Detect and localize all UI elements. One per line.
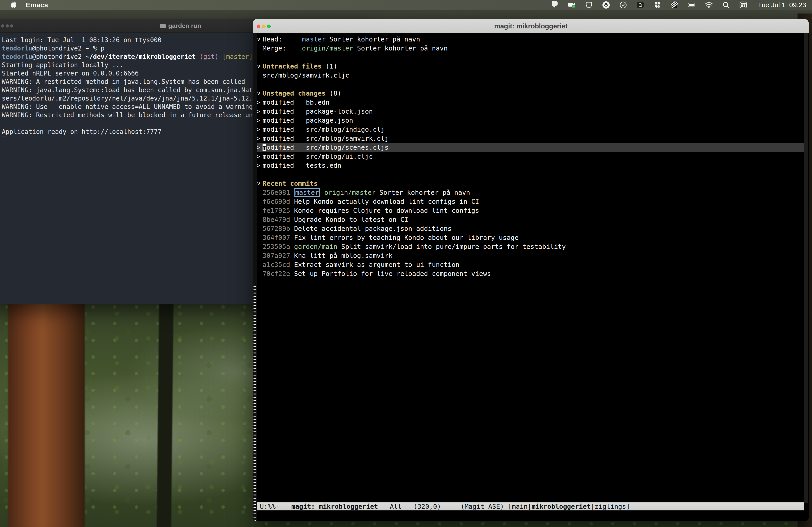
section-toggle-icon[interactable]: > [257, 161, 263, 170]
terminal-title: garden run [160, 22, 201, 30]
magit-line[interactable]: >modified tests.edn [257, 161, 804, 170]
apple-menu-icon[interactable] [10, 1, 18, 9]
section-toggle-icon[interactable]: v [257, 35, 263, 44]
minimize-button[interactable] [6, 24, 9, 28]
section-toggle-icon[interactable]: > [257, 134, 263, 143]
magit-buffer-lines: vHead: master Sorter kohorter på navnMer… [257, 35, 804, 278]
magit-line[interactable] [257, 53, 804, 62]
emacs-modeline[interactable]: U:%%- magit: mikrobloggeriet All (320,0)… [257, 502, 804, 511]
magit-line[interactable]: >modified package-lock.json [257, 107, 804, 116]
shield-check-icon[interactable] [654, 1, 661, 9]
magit-line[interactable]: >modified package.json [257, 116, 804, 125]
emacs-window: magit: mikrobloggeriet vHead: master Sor… [253, 19, 809, 521]
magit-line[interactable]: 364f007 Fix lint errors by teaching Kond… [257, 233, 804, 242]
section-toggle-icon[interactable]: > [257, 107, 263, 116]
magit-line[interactable]: 253505a garden/main Split samvirk/load i… [257, 242, 804, 251]
section-toggle-icon[interactable]: > [257, 116, 263, 125]
magit-line[interactable]: vUntracked files (1) [257, 62, 804, 71]
camera-check-icon[interactable] [568, 1, 576, 9]
zoom-button[interactable] [267, 25, 271, 28]
magit-line[interactable]: >modified src/mblog/samvirk.clj [257, 134, 804, 143]
magit-line[interactable]: src/mblog/samvirk.cljc [257, 71, 804, 80]
magit-line[interactable] [257, 80, 804, 89]
section-toggle-icon[interactable]: v [257, 62, 263, 71]
wallpaper-tree-trunk [157, 302, 173, 527]
layers-circle-icon[interactable] [602, 1, 610, 9]
shield-outline-icon[interactable] [585, 1, 593, 9]
magit-line[interactable]: 70cf22e Set up Portfolio for live-reload… [257, 269, 804, 278]
magit-line[interactable]: vHead: master Sorter kohorter på navn [257, 35, 804, 44]
magit-line[interactable]: >modified src/mblog/scenes.cljs [257, 143, 804, 152]
minimize-button[interactable] [262, 25, 265, 28]
magit-line[interactable]: a1c35cd Extract samvirk as argument to u… [257, 260, 804, 269]
magit-line[interactable]: fe17925 Kondo requires Clojure to downlo… [257, 206, 804, 215]
magit-status-buffer: vHead: master Sorter kohorter på navnMer… [253, 33, 809, 503]
section-toggle-icon[interactable]: v [257, 179, 263, 188]
section-toggle-icon[interactable]: v [257, 89, 263, 98]
active-app-name[interactable]: Emacs [26, 1, 48, 9]
section-toggle-icon[interactable]: > [257, 98, 263, 107]
control-center-icon[interactable] [739, 1, 747, 9]
left-scrollbar-strip[interactable] [253, 33, 257, 521]
magit-line[interactable]: f6c690d Help Kondo actually download lin… [257, 197, 804, 206]
magit-line[interactable]: 256e081 master origin/master Sorter koho… [257, 188, 804, 197]
menu-bar-clock[interactable]: Tue Jul 1 09:23 [758, 1, 806, 9]
battery-icon[interactable] [688, 1, 696, 9]
wallpaper-redwood-trunk [8, 302, 85, 527]
terminal-cursor [2, 137, 5, 143]
logi-device-icon[interactable] [551, 1, 559, 9]
emacs-window-title: magit: mikrobloggeriet [494, 22, 567, 30]
magit-line[interactable]: >modified src/mblog/ui.cljc [257, 152, 804, 161]
magit-line[interactable]: 8be479d Upgrade Kondo to latest on CI [257, 215, 804, 224]
section-toggle-icon[interactable]: > [257, 125, 263, 134]
folder-icon [160, 23, 166, 29]
emacs-echo-area [253, 511, 809, 521]
scrollbar-thumb[interactable] [253, 286, 256, 521]
check-circle-icon[interactable] [619, 1, 627, 9]
zoom-button[interactable] [10, 24, 13, 28]
magit-line[interactable]: vRecent commits [257, 179, 804, 188]
wifi-icon[interactable] [705, 1, 713, 9]
section-toggle-icon[interactable]: > [257, 152, 263, 161]
menu-bar: Emacs [0, 0, 812, 10]
emacs-titlebar[interactable]: magit: mikrobloggeriet [253, 19, 809, 33]
spotlight-search-icon[interactable] [722, 1, 730, 9]
right-scrollbar-strip[interactable] [804, 33, 808, 503]
magit-line[interactable]: Merge: origin/master Sorter kohorter på … [257, 44, 804, 53]
section-toggle-icon[interactable]: > [257, 143, 263, 152]
magit-line[interactable]: >modified src/mblog/indigo.clj [257, 125, 804, 134]
stripes-flag-icon[interactable] [671, 1, 679, 9]
close-button[interactable] [1, 24, 4, 28]
magit-line[interactable]: 307a927 Kna litt på mblog.samvirk [257, 251, 804, 260]
prompt-app-icon[interactable] [637, 1, 644, 9]
close-button[interactable] [257, 25, 260, 28]
magit-line[interactable]: >modified bb.edn [257, 98, 804, 107]
magit-line[interactable]: 567289b Delete accidental package.json-a… [257, 224, 804, 233]
magit-line[interactable] [257, 170, 804, 179]
magit-line[interactable]: vUnstaged changes (8) [257, 89, 804, 98]
